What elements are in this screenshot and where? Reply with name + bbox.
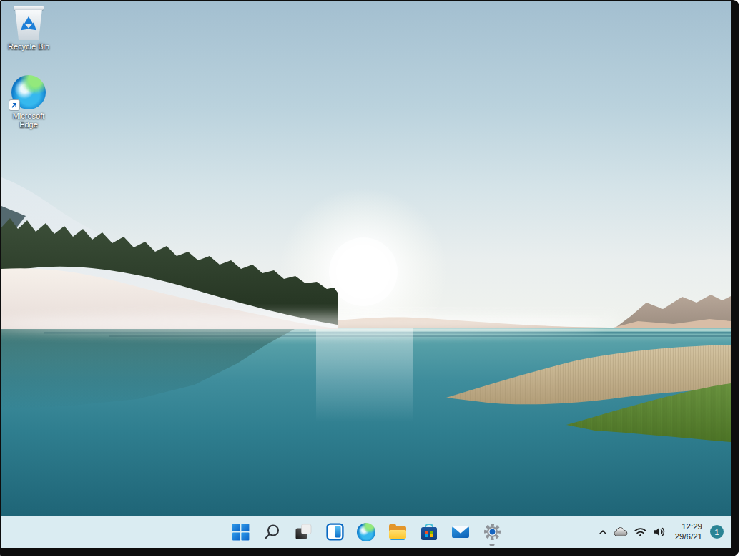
wallpaper [1,1,731,516]
file-explorer-button[interactable] [387,517,408,547]
edge-label: Microsoft Edge [5,112,52,129]
mail-button[interactable] [450,517,471,547]
recycle-bin-label: Recycle Bin [5,42,52,51]
speaker-icon [653,526,666,537]
widgets-icon [326,523,344,541]
folder-icon [388,523,407,541]
desktop-icon-microsoft-edge[interactable]: Microsoft Edge [5,75,52,129]
settings-button[interactable] [481,517,503,547]
windows-logo-icon [425,531,433,538]
search-icon [263,523,281,541]
microsoft-store-button[interactable] [418,517,440,547]
system-tray: 12:29 29/6/21 1 [598,516,724,548]
windows-logo-icon [232,523,250,541]
notification-badge[interactable]: 1 [710,525,724,539]
gear-icon [483,522,502,541]
desktop[interactable]: Recycle Bin Microsoft Edge [1,1,731,548]
chevron-up-icon [598,527,608,537]
task-view-button[interactable] [292,517,314,547]
screenshot-frame: Recycle Bin Microsoft Edge [0,0,739,556]
search-button[interactable] [261,517,282,547]
page: Recycle Bin Microsoft Edge [0,0,743,560]
store-bag-icon [420,523,438,541]
onedrive-cloud-icon [614,526,628,537]
edge-icon [357,523,375,541]
sun [336,245,390,299]
shore-mist [1,314,602,334]
taskbar: 12:29 29/6/21 1 [1,516,731,548]
onedrive-tray-button[interactable] [614,526,628,537]
taskbar-center-group [230,516,503,548]
network-tray-button[interactable] [634,526,647,537]
show-hidden-icons-button[interactable] [598,527,608,537]
recycle-bin-lid [14,6,44,10]
wifi-icon [634,526,647,537]
widgets-button[interactable] [324,517,345,547]
task-view-icon [295,523,313,541]
edge-icon [11,75,46,109]
taskbar-clock[interactable]: 12:29 29/6/21 [675,522,702,541]
mail-envelope-icon [451,523,470,541]
clock-date: 29/6/21 [675,532,702,542]
volume-tray-button[interactable] [653,526,666,537]
recycle-symbol-icon [19,16,38,34]
shortcut-arrow-icon [9,99,20,111]
sun-reflection [316,328,413,422]
start-button[interactable] [230,517,251,547]
desktop-icon-recycle-bin[interactable]: Recycle Bin [5,6,52,51]
clock-time: 12:29 [675,522,702,532]
recycle-bin-icon [14,6,43,40]
edge-taskbar-button[interactable] [355,517,377,547]
settings-running-indicator [490,544,495,546]
